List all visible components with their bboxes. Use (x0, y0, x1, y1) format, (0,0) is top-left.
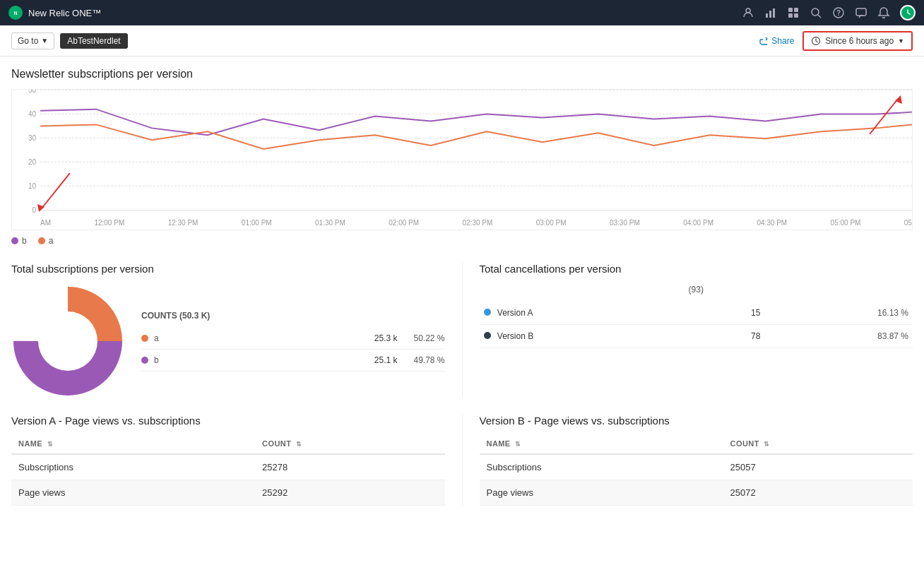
svg-rect-3 (766, 13, 768, 18)
time-range-button[interactable]: Since 6 hours ago ▼ (802, 31, 913, 51)
sort-icon-count-a: ⇅ (296, 441, 302, 448)
cancel-name-b: Version B (497, 331, 533, 341)
table-b-col-count[interactable]: COUNT ⇅ (723, 434, 913, 454)
legend-label-b: b (22, 236, 27, 246)
cancel-pct-b: 83.87 % (764, 325, 913, 348)
svg-rect-6 (788, 8, 793, 12)
table-a-row1-count: 25278 (255, 454, 444, 480)
share-button[interactable]: Share (759, 36, 794, 46)
x-label-0200: 02:00 PM (389, 219, 419, 227)
sort-icon-name-b: ⇅ (515, 441, 521, 448)
chevron-down-icon: ▼ (41, 37, 48, 44)
subnav-right: Share Since 6 hours ago ▼ (759, 31, 913, 51)
bar-chart-icon[interactable] (764, 6, 777, 19)
svg-line-11 (818, 15, 821, 18)
table-row: Page views 25292 (11, 480, 445, 506)
y-label-40: 40 (28, 110, 36, 118)
x-label-am: AM (40, 219, 51, 227)
clock-icon (811, 36, 821, 46)
goto-button[interactable]: Go to ▼ (11, 32, 54, 49)
svg-line-16 (42, 173, 70, 208)
cancel-name-a: Version A (497, 308, 533, 318)
svg-point-10 (812, 8, 819, 16)
donut-legend-item-a: a 25.3 k 50.22 % (141, 328, 445, 350)
x-label-0400: 04:00 PM (683, 219, 713, 227)
nav-logo-area: N New Relic ONE™ (8, 6, 101, 20)
sort-icon-name-a: ⇅ (47, 441, 53, 448)
subscriptions-panel: Total subscriptions per version COUNT (11, 263, 462, 398)
donut-pct-b: 49.78 % (406, 355, 445, 365)
time-chevron-icon: ▼ (898, 37, 904, 44)
activity-indicator[interactable] (900, 5, 916, 20)
cancellations-total-label: (93) (480, 285, 913, 295)
legend-dot-a (38, 237, 45, 244)
table-row: Subscriptions 25278 (11, 454, 445, 480)
table-b-row2-name: Page views (480, 480, 723, 506)
table-a-col-count[interactable]: COUNT ⇅ (255, 434, 444, 454)
table-b-panel: Version B - Page views vs. subscriptions… (462, 415, 913, 506)
x-label-0130: 01:30 PM (315, 219, 345, 227)
donut-dot-a (141, 335, 148, 342)
table-b-row1-count: 25057 (723, 454, 913, 480)
donut-name-a: a (154, 333, 374, 343)
svg-rect-9 (794, 13, 798, 18)
table-row: Subscriptions 25057 (480, 454, 913, 480)
help-icon[interactable]: ? (832, 6, 845, 19)
cancellations-panel-title: Total cancellations per version (480, 263, 913, 275)
donut-count-a: 25.3 k (374, 333, 398, 343)
svg-line-18 (870, 99, 898, 134)
app-title: New Relic ONE™ (28, 8, 101, 18)
svg-point-2 (746, 8, 750, 13)
main-content: Newsletter subscriptions per version 50 … (0, 56, 924, 517)
table-a-row2-name: Page views (11, 480, 255, 506)
donut-count-b: 25.1 k (374, 355, 398, 365)
donut-legend: COUNTS (50.3 K) a 25.3 k 50.22 % b 25.1 … (141, 311, 445, 371)
svg-point-22 (38, 311, 97, 371)
line-chart-container: 50 40 30 20 10 0 (11, 89, 913, 230)
cancellations-table: Version A 15 16.13 % Version B 78 83.87 … (480, 302, 913, 348)
x-label-0330: 03:30 PM (610, 219, 640, 227)
x-label-end: 05 (904, 219, 912, 227)
sort-icon-count-b: ⇅ (764, 441, 769, 448)
chat-icon[interactable] (855, 6, 867, 19)
donut-name-b: b (154, 355, 374, 365)
cancellations-panel: Total cancellations per version (93) Ver… (462, 263, 913, 398)
x-label-0500: 05:00 PM (831, 219, 861, 227)
donut-dot-b (141, 357, 148, 364)
grid-icon[interactable] (787, 6, 800, 19)
user-icon[interactable] (742, 6, 754, 19)
cancel-count-b: 78 (698, 325, 765, 348)
table-b-row2-count: 25072 (723, 480, 913, 506)
svg-rect-8 (788, 13, 793, 18)
donut-legend-item-b: b 25.1 k 49.78 % (141, 350, 445, 371)
svg-rect-5 (773, 8, 775, 18)
x-label-1230: 12:30 PM (168, 219, 199, 227)
y-label-30: 30 (28, 134, 36, 142)
svg-marker-19 (895, 95, 902, 104)
table-a-panel: Version A - Page views vs. subscriptions… (11, 415, 462, 506)
legend-label-a: a (49, 236, 54, 246)
subscriptions-panel-title: Total subscriptions per version (11, 263, 445, 275)
table-b-col-name[interactable]: NAME ⇅ (480, 434, 723, 454)
table-a-row1-name: Subscriptions (11, 454, 255, 480)
svg-text:N: N (13, 11, 17, 16)
donut-pct-a: 50.22 % (406, 333, 445, 343)
bell-icon[interactable] (877, 6, 890, 19)
tables-row: Version A - Page views vs. subscriptions… (11, 415, 913, 506)
x-label-0100: 01:00 PM (242, 219, 272, 227)
search-icon[interactable] (810, 6, 822, 19)
share-icon (759, 36, 769, 46)
donut-counts-label: COUNTS (50.3 K) (141, 311, 445, 321)
goto-label: Go to (18, 36, 38, 46)
table-a: NAME ⇅ COUNT ⇅ Subscriptions 25278 (11, 434, 445, 506)
chart-legend: b a (11, 236, 913, 246)
x-label-0430: 04:30 PM (757, 219, 787, 227)
table-a-col-name[interactable]: NAME ⇅ (11, 434, 255, 454)
chart-svg (40, 90, 912, 210)
table-b-row1-name: Subscriptions (480, 454, 723, 480)
x-label-1200: 12:00 PM (94, 219, 124, 227)
cancel-dot-b (484, 332, 491, 339)
legend-dot-b (11, 237, 18, 244)
table-b: NAME ⇅ COUNT ⇅ Subscriptions 25057 (480, 434, 913, 506)
sub-navigation: Go to ▼ AbTestNerdlet Share Since 6 hour… (0, 25, 924, 56)
